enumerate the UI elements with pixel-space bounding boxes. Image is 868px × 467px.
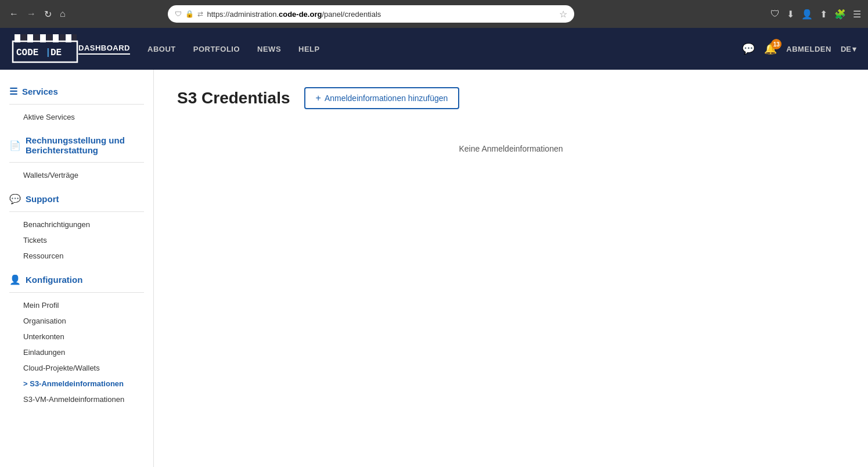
url-domain: code-de.org [279, 10, 322, 19]
language-button[interactable]: DE ▾ [841, 45, 856, 53]
address-bar[interactable]: 🛡 🔒 ⇄ https://administration.code-de.org… [168, 5, 574, 23]
chat-support-icon: 💬 [9, 193, 21, 204]
empty-state: Keine Anmeldeinformationen [177, 144, 845, 153]
sidebar-item-einladungen[interactable]: Einladungen [0, 344, 153, 360]
lock-icon: 🔒 [185, 10, 194, 18]
list-icon: ☰ [9, 86, 17, 97]
sidebar-item-s3-credentials[interactable]: S3-Anmeldeinformationen [0, 376, 153, 391]
support-divider [9, 211, 144, 212]
browser-actions: 🛡 ⬇ 👤 ⬆ 🧩 ☰ [770, 9, 861, 20]
nav-news[interactable]: NEWS [257, 45, 281, 53]
browser-chrome: ← → ↻ ⌂ 🛡 🔒 ⇄ https://administration.cod… [0, 0, 868, 28]
page-layout: ☰ Services Aktive Services 📄 Rechnungsst… [0, 70, 868, 467]
nav-help[interactable]: HELP [298, 45, 320, 53]
nav-about[interactable]: ABOUT [147, 45, 176, 53]
tab-icon: ⇄ [197, 10, 203, 18]
person-icon: 👤 [9, 274, 21, 285]
sidebar-item-tickets[interactable]: Tickets [0, 232, 153, 248]
url-prefix: https://administration. [207, 10, 279, 19]
billing-divider [9, 162, 144, 163]
notification-button[interactable]: 🔔 13 [764, 42, 777, 55]
nav-portfolio[interactable]: PORTFOLIO [193, 45, 240, 53]
menu-icon[interactable]: ☰ [853, 9, 861, 20]
document-icon: 📄 [9, 140, 21, 151]
download-icon[interactable]: ⬇ [787, 9, 794, 20]
browser-nav-buttons: ← → ↻ ⌂ [7, 8, 68, 21]
top-nav: CODE | DE DASHBOARD ABOUT PORTFOLIO NEWS… [0, 28, 868, 70]
add-credentials-button[interactable]: + Anmeldeinformationen hinzufügen [304, 87, 460, 109]
lang-label: DE [841, 45, 851, 53]
sidebar-services-header[interactable]: ☰ Services [0, 81, 153, 102]
sidebar-billing-header[interactable]: 📄 Rechnungsstellung und Berichterstattun… [0, 131, 153, 160]
page-header: S3 Credentials + Anmeldeinformationen hi… [177, 87, 845, 109]
home-button[interactable]: ⌂ [57, 8, 68, 20]
sidebar-config-header[interactable]: 👤 Konfiguration [0, 270, 153, 290]
sidebar-section-config: 👤 Konfiguration Mein Profil Organisation… [0, 270, 153, 407]
logo[interactable]: CODE | DE [12, 34, 78, 63]
sidebar-services-label: Services [22, 87, 58, 96]
sidebar-section-billing: 📄 Rechnungsstellung und Berichterstattun… [0, 131, 153, 183]
star-icon[interactable]: ☆ [559, 9, 567, 20]
sidebar-section-support: 💬 Support Benachrichtigungen Tickets Res… [0, 189, 153, 264]
back-button[interactable]: ← [7, 8, 21, 20]
chat-icon: 💬 [742, 43, 755, 55]
sidebar-item-wallets[interactable]: Wallets/Verträge [0, 167, 153, 183]
plus-icon: + [316, 93, 321, 103]
forward-button[interactable]: → [24, 8, 38, 20]
sidebar-item-mein-profil[interactable]: Mein Profil [0, 297, 153, 313]
nav-links: DASHBOARD ABOUT PORTFOLIO NEWS HELP [78, 44, 742, 55]
extension-icon[interactable]: 🧩 [834, 9, 846, 20]
sidebar-item-unterkonten[interactable]: Unterkonten [0, 329, 153, 344]
svg-text:DE: DE [51, 48, 62, 58]
url-path: /panel/credentials [322, 10, 381, 19]
sidebar-config-label: Konfiguration [26, 275, 82, 285]
sidebar-item-aktive-services[interactable]: Aktive Services [0, 109, 153, 125]
sidebar-support-label: Support [26, 194, 59, 204]
firefox-shield-icon[interactable]: 🛡 [770, 9, 780, 19]
url-display: https://administration.code-de.org/panel… [207, 10, 381, 19]
reload-button[interactable]: ↻ [42, 8, 54, 21]
sidebar-item-cloud-projekte[interactable]: Cloud-Projekte/Wallets [0, 360, 153, 376]
page-title: S3 Credentials [177, 89, 290, 107]
sidebar-billing-label: Rechnungsstellung und Berichterstattung [26, 135, 144, 155]
abmelden-button[interactable]: ABMELDEN [786, 45, 831, 53]
nav-right: 💬 🔔 13 ABMELDEN DE ▾ [742, 42, 856, 55]
config-divider [9, 292, 144, 293]
sidebar-item-ressourcen[interactable]: Ressourcen [0, 248, 153, 264]
main-content: S3 Credentials + Anmeldeinformationen hi… [154, 70, 868, 467]
shield-icon: 🛡 [175, 10, 182, 18]
svg-text:CODE: CODE [16, 48, 38, 58]
empty-message: Keine Anmeldeinformationen [459, 144, 563, 153]
services-divider [9, 104, 144, 105]
chat-icon-button[interactable]: 💬 [742, 42, 755, 55]
sidebar-support-header[interactable]: 💬 Support [0, 189, 153, 209]
sidebar: ☰ Services Aktive Services 📄 Rechnungsst… [0, 70, 154, 467]
sidebar-section-services: ☰ Services Aktive Services [0, 81, 153, 125]
profile-icon[interactable]: 👤 [801, 9, 813, 20]
sidebar-item-s3-vm-credentials[interactable]: S3-VM-Anmeldeinformationen [0, 391, 153, 407]
chevron-down-icon: ▾ [852, 45, 856, 53]
sidebar-item-notifications[interactable]: Benachrichtigungen [0, 217, 153, 232]
notification-badge: 13 [771, 39, 781, 49]
nav-dashboard[interactable]: DASHBOARD [78, 44, 130, 55]
sidebar-item-organisation[interactable]: Organisation [0, 313, 153, 329]
share-icon[interactable]: ⬆ [820, 9, 827, 20]
add-credentials-label: Anmeldeinformationen hinzufügen [325, 94, 448, 103]
